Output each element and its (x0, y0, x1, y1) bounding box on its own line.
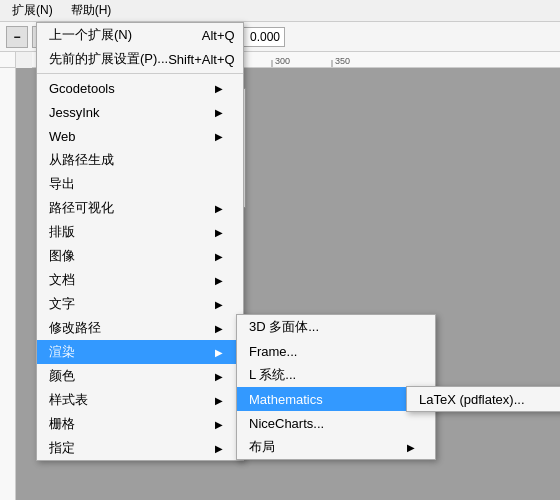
svg-text:300: 300 (275, 56, 290, 66)
menu-item-text[interactable]: 文字 ▶ (37, 292, 243, 316)
menu-item-jessyink[interactable]: JessyInk ▶ (37, 100, 243, 124)
math-item-latex[interactable]: LaTeX (pdflatex)... (407, 387, 560, 411)
menubar-item-extensions[interactable]: 扩展(N) (4, 0, 61, 21)
render-item-layout[interactable]: 布局 ▶ (237, 435, 435, 459)
main-menu-popup[interactable]: 上一个扩展(N) Alt+Q 先前的扩展设置(P)... Shift+Alt+Q… (36, 22, 244, 461)
menu-item-image[interactable]: 图像 ▶ (37, 244, 243, 268)
svg-text:350: 350 (335, 56, 350, 66)
menu-separator-1 (37, 73, 243, 74)
menu-item-typography[interactable]: 排版 ▶ (37, 220, 243, 244)
menu-item-modify-path[interactable]: 修改路径 ▶ (37, 316, 243, 340)
menu-item-prev-extension[interactable]: 上一个扩展(N) Alt+Q (37, 23, 243, 47)
menu-item-stylesheet[interactable]: 样式表 ▶ (37, 388, 243, 412)
menu-item-web[interactable]: Web ▶ (37, 124, 243, 148)
menu-item-color[interactable]: 颜色 ▶ (37, 364, 243, 388)
render-item-nicecharts[interactable]: NiceCharts... (237, 411, 435, 435)
vertical-ruler (0, 68, 16, 500)
menu-item-prev-ext-settings[interactable]: 先前的扩展设置(P)... Shift+Alt+Q (37, 47, 243, 71)
menu-item-render[interactable]: 渲染 ▶ (37, 340, 243, 364)
render-item-lsystem[interactable]: L 系统... (237, 363, 435, 387)
menu-item-export[interactable]: 导出 (37, 172, 243, 196)
menu-item-assign[interactable]: 指定 ▶ (37, 436, 243, 460)
menu-item-raster[interactable]: 栅格 ▶ (37, 412, 243, 436)
menu-item-gcodetools[interactable]: Gcodetools ▶ (37, 76, 243, 100)
render-item-3d[interactable]: 3D 多面体... (237, 315, 435, 339)
width-minus-button[interactable]: − (6, 26, 28, 48)
menubar-item-help[interactable]: 帮助(H) (63, 0, 120, 21)
menu-bar: 扩展(N) 帮助(H) (0, 0, 560, 22)
math-submenu-popup[interactable]: LaTeX (pdflatex)... (406, 386, 560, 412)
menu-item-path-gen[interactable]: 从路径生成 (37, 148, 243, 172)
menu-item-document[interactable]: 文档 ▶ (37, 268, 243, 292)
render-item-frame[interactable]: Frame... (237, 339, 435, 363)
menu-item-path-viz[interactable]: 路径可视化 ▶ (37, 196, 243, 220)
